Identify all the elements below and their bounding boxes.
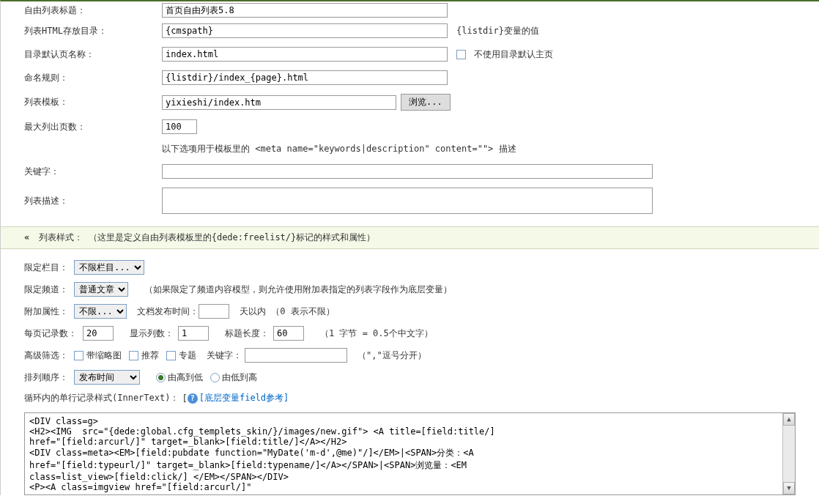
max-pages-label: 最大列出页数： <box>1 121 162 133</box>
limit-channel-label: 限定频道： <box>24 284 68 296</box>
default-page-input[interactable] <box>162 47 448 62</box>
sort-order-select[interactable]: 发布时间 <box>74 370 140 385</box>
limit-category-label: 限定栏目： <box>24 262 68 274</box>
default-page-label: 目录默认页名称： <box>1 48 162 61</box>
filter-keyword-input[interactable] <box>245 348 347 363</box>
naming-rule-label: 命名规则： <box>1 72 162 84</box>
thumbnail-checkbox[interactable] <box>74 351 84 360</box>
pub-time-input[interactable] <box>199 304 229 319</box>
title-len-label: 标题长度： <box>225 327 269 340</box>
scrollbar[interactable]: ▲ ▼ <box>782 413 795 494</box>
special-checkbox[interactable] <box>166 351 176 360</box>
max-pages-input[interactable] <box>162 119 197 134</box>
template-input[interactable] <box>162 95 396 110</box>
field-reference-link[interactable]: [底层变量field参考] <box>199 392 289 404</box>
extra-attr-label: 附加属性： <box>24 305 68 318</box>
special-label: 专题 <box>179 349 196 362</box>
scroll-down-icon[interactable]: ▼ <box>783 482 795 494</box>
innertext-code-textarea[interactable] <box>25 413 795 492</box>
naming-rule-input[interactable] <box>162 70 448 85</box>
pub-time-suffix: 天以内 （0 表示不限） <box>240 305 335 318</box>
freelist-title-label: 自由列表标题： <box>1 4 162 17</box>
limit-channel-select[interactable]: 普通文章 <box>74 282 128 297</box>
no-default-label: 不使用目录默认主页 <box>474 49 553 59</box>
list-desc-textarea[interactable] <box>162 188 653 214</box>
sort-desc-label: 由高到低 <box>168 371 203 384</box>
display-cols-input[interactable] <box>178 326 209 341</box>
list-desc-label: 列表描述： <box>1 188 162 207</box>
section-header-text: 列表样式： （这里是定义自由列表模板里的{dede:freelist/}标记的样… <box>39 232 375 242</box>
sort-desc-radio[interactable] <box>156 373 166 382</box>
display-cols-label: 显示列数： <box>130 327 174 340</box>
sort-asc-label: 由低到高 <box>222 371 257 384</box>
html-dir-note: {listdir}变量的值 <box>456 25 539 37</box>
no-default-checkbox[interactable] <box>456 50 466 59</box>
freelist-title-input[interactable] <box>162 3 448 18</box>
recommend-label: 推荐 <box>141 349 159 362</box>
extra-attr-select[interactable]: 不限... <box>74 304 127 319</box>
innertext-label: 循环内的单行记录样式(InnerText)： <box>24 392 179 404</box>
limit-category-select[interactable]: 不限栏目... <box>74 260 144 275</box>
browse-button[interactable]: 浏览... <box>401 94 451 111</box>
advanced-filter-label: 高级筛选： <box>24 349 68 362</box>
template-label: 列表模板： <box>1 96 162 108</box>
sort-asc-radio[interactable] <box>210 373 220 382</box>
collapse-icon: « <box>24 232 29 242</box>
title-len-input[interactable] <box>273 326 304 341</box>
meta-note: 以下选项用于模板里的 <meta name="keywords|descript… <box>162 143 516 155</box>
per-page-input[interactable] <box>83 326 114 341</box>
pub-time-label: 文档发布时间： <box>137 305 199 318</box>
keywords-input[interactable] <box>162 164 653 179</box>
limit-channel-note: （如果限定了频道内容模型，则允许使用附加表指定的列表字段作为底层变量） <box>144 284 452 296</box>
html-dir-label: 列表HTML存放目录： <box>1 25 162 37</box>
recommend-checkbox[interactable] <box>129 351 138 360</box>
sort-order-label: 排列顺序： <box>24 371 68 384</box>
keywords-label: 关键字： <box>1 166 162 178</box>
list-style-section-header[interactable]: « 列表样式： （这里是定义自由列表模板里的{dede:freelist/}标记… <box>1 226 819 249</box>
help-icon[interactable]: ? <box>188 393 198 404</box>
scroll-up-icon[interactable]: ▲ <box>783 413 795 426</box>
filter-keyword-note: （","逗号分开） <box>357 349 426 362</box>
filter-keyword-label: 关键字： <box>207 349 242 362</box>
title-len-note: （1 字节 = 0.5个中文字） <box>320 327 433 340</box>
html-dir-input[interactable] <box>162 23 448 38</box>
per-page-label: 每页记录数： <box>24 327 77 340</box>
thumbnail-label: 带缩略图 <box>86 349 122 362</box>
